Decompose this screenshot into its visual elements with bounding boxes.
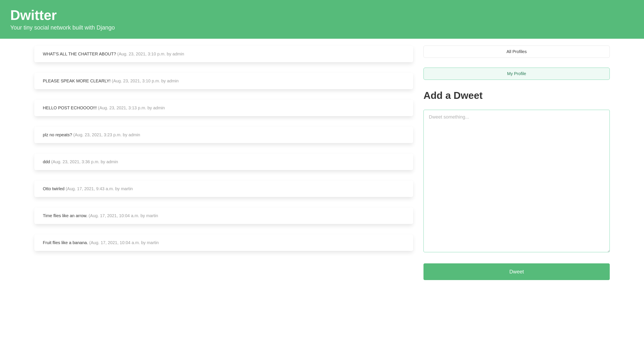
dweet-body: Time flies like an arrow. (43, 213, 89, 218)
dweet-meta: (Aug. 17, 2021, 10:04 a.m. by martin (89, 213, 158, 218)
dweet-card: Time flies like an arrow. (Aug. 17, 2021… (34, 207, 413, 224)
my-profile-button[interactable]: My Profile (424, 68, 610, 80)
app-title: Dwitter (10, 8, 634, 23)
dweet-body: Fruit flies like a banana. (43, 240, 89, 245)
dweet-card: Fruit flies like a banana. (Aug. 17, 202… (34, 234, 413, 251)
dweet-body: ddd (43, 159, 51, 164)
dweet-meta: (Aug. 17, 2021, 9:43 a.m. by martin (66, 186, 133, 191)
dweet-card: WHAT'S ALL THE CHATTER ABOUT? (Aug. 23, … (34, 45, 413, 62)
dweet-feed: WHAT'S ALL THE CHATTER ABOUT? (Aug. 23, … (34, 45, 413, 290)
dweet-card: HELLO POST ECHOOOO!!! (Aug. 23, 2021, 3:… (34, 99, 413, 116)
dweet-textarea[interactable] (424, 110, 610, 252)
dweet-card: Otto twirled (Aug. 17, 2021, 9:43 a.m. b… (34, 180, 413, 197)
dweet-meta: (Aug. 23, 2021, 3:10 p.m. by admin (112, 78, 178, 83)
main-container: WHAT'S ALL THE CHATTER ABOUT? (Aug. 23, … (0, 39, 644, 303)
app-subtitle: Your tiny social network built with Djan… (10, 24, 634, 31)
sidebar: All Profiles My Profile Add a Dweet Dwee… (424, 45, 610, 290)
dweet-submit-button[interactable]: Dweet (424, 263, 610, 280)
dweet-card: plz no repeats? (Aug. 23, 2021, 3:23 p.m… (34, 126, 413, 143)
dweet-card: ddd (Aug. 23, 2021, 3:36 p.m. by admin (34, 153, 413, 170)
dweet-card: PLEASE SPEAK MORE CLEARLY! (Aug. 23, 202… (34, 72, 413, 89)
dweet-meta: (Aug. 17, 2021, 10:04 a.m. by martin (89, 240, 159, 245)
dweet-body: HELLO POST ECHOOOO!!! (43, 105, 98, 110)
dweet-body: WHAT'S ALL THE CHATTER ABOUT? (43, 51, 117, 56)
dweet-body: PLEASE SPEAK MORE CLEARLY! (43, 78, 112, 83)
dweet-meta: (Aug. 23, 2021, 3:23 p.m. by admin (73, 132, 140, 137)
dweet-meta: (Aug. 23, 2021, 3:13 p.m. by admin (98, 105, 165, 110)
hero-banner: Dwitter Your tiny social network built w… (0, 0, 644, 39)
all-profiles-button[interactable]: All Profiles (424, 45, 610, 58)
dweet-meta: (Aug. 23, 2021, 3:10 p.m. by admin (117, 51, 184, 56)
add-dweet-title: Add a Dweet (424, 90, 610, 101)
dweet-meta: (Aug. 23, 2021, 3:36 p.m. by admin (51, 159, 118, 164)
dweet-body: plz no repeats? (43, 132, 73, 137)
dweet-body: Otto twirled (43, 186, 66, 191)
